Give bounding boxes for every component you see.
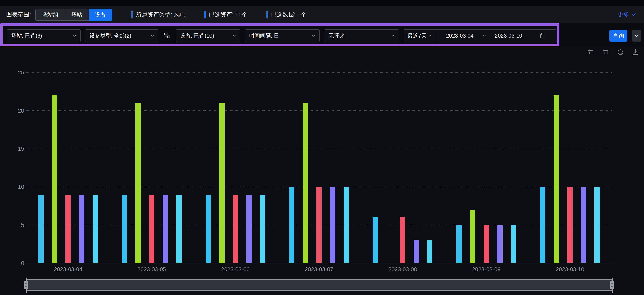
bar-cyan-2023-03-08 — [373, 218, 378, 263]
stat-item: 已选数据: 1个 — [266, 11, 306, 18]
quick-range-selector[interactable]: 最近7天 — [404, 30, 435, 42]
calendar-icon — [540, 32, 546, 39]
drag-grip[interactable] — [610, 281, 614, 290]
x-axis-tick-label: 2023-03-10 — [556, 266, 584, 273]
stat-text: 已选资产: 10个 — [209, 11, 248, 18]
bar-red-2023-03-04 — [66, 195, 71, 263]
bar-green-2023-03-06 — [219, 103, 224, 263]
plot-area: 05101520252023-03-042023-03-052023-03-06… — [0, 47, 644, 295]
date-range-values: 2023-03-04 ~ 2023-03-10 — [435, 32, 556, 39]
station-dropdown[interactable]: 场站: 已选(6) — [7, 29, 81, 42]
chevron-down-icon — [73, 35, 76, 37]
bar-red-2023-03-08 — [400, 218, 405, 263]
y-axis-tick-label: 10 — [8, 184, 24, 190]
gridline — [26, 149, 612, 149]
bar-green-2023-03-09 — [470, 210, 476, 263]
bar-cyan-2023-03-09 — [456, 225, 462, 263]
stat-text: 已选数据: 1个 — [271, 11, 306, 18]
bar-light-cyan-2023-03-10 — [594, 187, 600, 263]
query-button[interactable]: 查询 — [609, 30, 628, 42]
chart-card: 05101520252023-03-042023-03-052023-03-06… — [0, 47, 644, 295]
gridline — [26, 110, 612, 111]
bar-red-2023-03-06 — [233, 195, 238, 263]
drag-grip[interactable] — [24, 281, 28, 290]
chevron-down-icon — [632, 13, 636, 16]
bar-light-cyan-2023-03-07 — [344, 187, 349, 263]
chevron-down-icon — [232, 35, 236, 37]
datazoom-right-handle[interactable] — [612, 278, 613, 293]
chevron-down-icon — [312, 35, 315, 37]
chevron-down-icon — [391, 35, 395, 37]
bar-purple-2023-03-10 — [581, 187, 586, 263]
y-axis-tick-label: 0 — [8, 260, 24, 267]
x-axis-tick-label: 2023-03-04 — [54, 266, 82, 273]
tree-structure-icon — [164, 32, 170, 39]
device-tree-button[interactable] — [163, 29, 171, 42]
compare-dropdown-value: 无环比 — [328, 32, 344, 39]
bar-green-2023-03-07 — [303, 103, 308, 263]
bar-light-cyan-2023-03-04 — [93, 195, 98, 263]
quick-range-value: 最近7天 — [408, 32, 426, 39]
chevron-down-icon — [151, 35, 154, 37]
more-link[interactable]: 更多 — [618, 10, 636, 19]
scope-tabs: 场站组场站设备 — [36, 9, 112, 21]
x-axis-tick-label: 2023-03-07 — [305, 266, 333, 273]
scope-label: 图表范围: — [6, 11, 31, 18]
stat-item: 已选资产: 10个 — [204, 11, 248, 18]
bar-red-2023-03-09 — [484, 225, 489, 263]
stat-accent-bar — [266, 11, 268, 18]
x-axis-tick-label: 2023-03-08 — [388, 266, 417, 273]
scope-tab-3[interactable]: 设备 — [89, 9, 112, 21]
y-axis-tick-label: 15 — [8, 146, 24, 152]
bar-red-2023-03-10 — [567, 187, 572, 263]
y-axis-tick-label: 20 — [8, 108, 24, 114]
stat-text: 所属资产类型: 风电 — [136, 11, 186, 18]
scope-tab-1[interactable]: 场站组 — [36, 9, 65, 21]
bar-purple-2023-03-04 — [79, 195, 84, 263]
stat-accent-bar — [132, 11, 133, 18]
x-axis-tick-label: 2023-03-06 — [221, 266, 250, 273]
bar-light-cyan-2023-03-08 — [427, 240, 432, 263]
date-range-control[interactable]: 最近7天 2023-03-04 ~ 2023-03-10 — [404, 29, 557, 42]
bar-red-2023-03-05 — [149, 195, 154, 263]
bar-purple-2023-03-08 — [414, 240, 419, 263]
more-label: 更多 — [618, 10, 630, 19]
bar-green-2023-03-04 — [52, 95, 57, 263]
bar-cyan-2023-03-05 — [122, 195, 127, 263]
bar-cyan-2023-03-07 — [289, 187, 294, 263]
interval-dropdown[interactable]: 时间间隔: 日 — [245, 29, 320, 42]
toolbar: 图表范围: 场站组场站设备 所属资产类型: 风电已选资产: 10个已选数据: 1… — [0, 6, 644, 23]
bar-light-cyan-2023-03-09 — [511, 225, 516, 263]
datazoom-slider[interactable] — [26, 279, 612, 291]
top-strip — [0, 0, 644, 6]
device-type-dropdown-value: 设备类型: 全部(2) — [90, 32, 131, 39]
bar-purple-2023-03-09 — [497, 225, 503, 263]
y-axis-tick-label: 25 — [8, 69, 24, 76]
compare-dropdown[interactable]: 无环比 — [324, 29, 399, 42]
start-date[interactable]: 2023-03-04 — [446, 32, 474, 39]
query-more-button[interactable] — [632, 30, 641, 42]
gridline — [26, 72, 612, 73]
bar-red-2023-03-07 — [316, 187, 322, 263]
end-date[interactable]: 2023-03-10 — [495, 32, 522, 39]
scope-tab-2[interactable]: 场站 — [65, 9, 89, 21]
chevron-down-icon — [428, 35, 431, 37]
device-type-dropdown[interactable]: 设备类型: 全部(2) — [85, 29, 158, 42]
device-dropdown-value: 设备: 已选(10) — [180, 32, 214, 39]
date-separator: ~ — [483, 32, 486, 39]
bar-cyan-2023-03-06 — [206, 195, 211, 263]
filter-bar: 场站: 已选(6) 设备类型: 全部(2) 设备: 已选(10) — [0, 23, 644, 47]
dashboard: 图表范围: 场站组场站设备 所属资产类型: 风电已选资产: 10个已选数据: 1… — [0, 0, 644, 295]
bar-cyan-2023-03-04 — [38, 195, 44, 263]
station-dropdown-value: 场站: 已选(6) — [11, 32, 42, 39]
x-axis-tick-label: 2023-03-09 — [472, 266, 500, 273]
bar-green-2023-03-10 — [554, 95, 559, 263]
bar-green-2023-03-05 — [135, 103, 141, 263]
datazoom-left-handle[interactable] — [26, 278, 26, 293]
bar-purple-2023-03-06 — [246, 195, 252, 263]
chevron-down-icon — [634, 34, 639, 37]
header-stats: 所属资产类型: 风电已选资产: 10个已选数据: 1个 — [112, 11, 306, 18]
bar-light-cyan-2023-03-05 — [176, 195, 182, 263]
bar-light-cyan-2023-03-06 — [260, 195, 265, 263]
device-dropdown[interactable]: 设备: 已选(10) — [176, 29, 240, 42]
